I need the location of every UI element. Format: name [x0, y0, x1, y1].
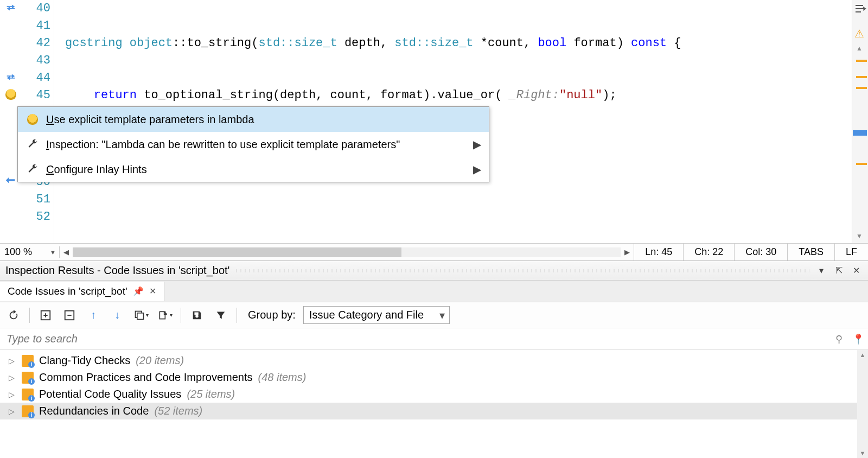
chevron-right-icon: ▶	[473, 163, 481, 176]
line-wrap-icon[interactable]	[854, 3, 867, 16]
method-swap-marker[interactable]	[4, 1, 17, 14]
search-options-icon[interactable]: ⚲	[829, 333, 848, 345]
expand-icon[interactable]: ▷	[9, 357, 15, 365]
intention-bulb-icon[interactable]	[4, 88, 17, 101]
groupby-label: Group by:	[248, 309, 296, 321]
editor-marker-bar[interactable]: ⚠ ▲ ▼	[852, 0, 868, 243]
folder-icon	[22, 372, 34, 384]
scroll-right-icon[interactable]: ▶	[621, 244, 634, 260]
intention-actions-popup: Use explicit template parameters in lamb…	[17, 106, 489, 182]
scroll-left-icon[interactable]: ◀	[60, 244, 73, 260]
search-pin-icon[interactable]: 📍	[848, 333, 868, 345]
next-issue-button[interactable]: ↓	[109, 307, 125, 323]
intention-configure-inlay-hints[interactable]: Configure Inlay Hints ▶	[18, 157, 489, 182]
intention-inspection-submenu[interactable]: Inspection: "Lambda can be rewritten to …	[18, 132, 489, 157]
panel-dropdown-icon[interactable]: ▾	[815, 264, 828, 277]
tab-code-issues[interactable]: Code Issues in 'script_bot' 📌 ✕	[0, 282, 164, 301]
expand-icon[interactable]: ▷	[9, 373, 15, 382]
export-dropdown[interactable]: ▾	[157, 307, 173, 323]
zoom-combo[interactable]: 100 %▼	[0, 246, 60, 258]
panel-pin-icon[interactable]: ⇱	[832, 264, 845, 277]
panel-title-bar[interactable]: Inspection Results - Code Issues in 'scr…	[0, 261, 868, 281]
groupby-combo[interactable]: Issue Category and File	[303, 306, 450, 324]
search-row: ⚲ 📍	[0, 328, 868, 350]
intention-use-explicit-template[interactable]: Use explicit template parameters in lamb…	[18, 107, 489, 132]
chevron-right-icon: ▶	[473, 138, 481, 151]
folder-icon	[22, 355, 34, 367]
status-indent[interactable]: TABS	[787, 244, 834, 261]
prev-issue-button[interactable]: ↑	[85, 307, 101, 323]
bulb-icon	[25, 112, 40, 126]
folder-icon	[22, 405, 34, 417]
warning-icon[interactable]: ⚠	[854, 27, 864, 40]
tree-row[interactable]: ▷ Potential Code Quality Issues (25 item…	[0, 386, 868, 403]
panel-close-icon[interactable]: ✕	[850, 264, 863, 277]
expand-all-button[interactable]	[37, 307, 54, 323]
wrench-icon	[25, 137, 40, 151]
editor-statusbar: 100 %▼ ◀ ▶ Ln: 45 Ch: 22 Col: 30 TABS LF	[0, 243, 868, 260]
folder-icon	[22, 389, 34, 400]
status-char: Ch: 22	[683, 244, 734, 261]
settings-dropdown[interactable]: ▾	[133, 307, 149, 323]
panel-tab-strip: Code Issues in 'script_bot' 📌 ✕	[0, 281, 868, 302]
horizontal-scrollbar[interactable]: ◀ ▶	[60, 244, 634, 260]
filter-button[interactable]	[213, 307, 229, 323]
editor-container: 40 41 42 43 44 45 50 51 52 gcstring obje…	[0, 0, 868, 243]
tree-row[interactable]: ▷ Redundancies in Code (52 items)	[0, 403, 868, 419]
panel-title-text: Inspection Results - Code Issues in 'scr…	[5, 264, 229, 277]
expand-icon[interactable]: ▷	[9, 407, 15, 416]
search-input[interactable]	[0, 329, 829, 348]
status-line: Ln: 45	[634, 244, 683, 261]
method-swap-marker[interactable]	[4, 71, 17, 84]
panel-toolbar: ↑ ↓ ▾ ▾ Group by: Issue Category and Fil…	[0, 302, 868, 328]
pin-icon[interactable]: 📌	[133, 286, 144, 296]
status-line-ending[interactable]: LF	[834, 244, 868, 261]
results-tree[interactable]: ▷ Clang-Tidy Checks (20 items) ▷ Common …	[0, 350, 868, 458]
expand-icon[interactable]: ▷	[9, 390, 15, 399]
inspection-results-panel: Inspection Results - Code Issues in 'scr…	[0, 260, 868, 458]
tree-row[interactable]: ▷ Common Practices and Code Improvements…	[0, 369, 868, 386]
wrench-icon	[25, 162, 40, 176]
status-col: Col: 30	[734, 244, 787, 261]
svg-rect-3	[137, 313, 143, 319]
close-icon[interactable]: ✕	[149, 286, 156, 296]
save-button[interactable]	[189, 307, 205, 323]
tree-row[interactable]: ▷ Clang-Tidy Checks (20 items)	[0, 352, 868, 369]
collapse-all-button[interactable]	[61, 307, 78, 323]
vertical-scrollbar[interactable]: ▲ ▼	[857, 350, 868, 458]
refresh-button[interactable]	[5, 307, 22, 323]
implements-marker[interactable]	[4, 175, 17, 188]
